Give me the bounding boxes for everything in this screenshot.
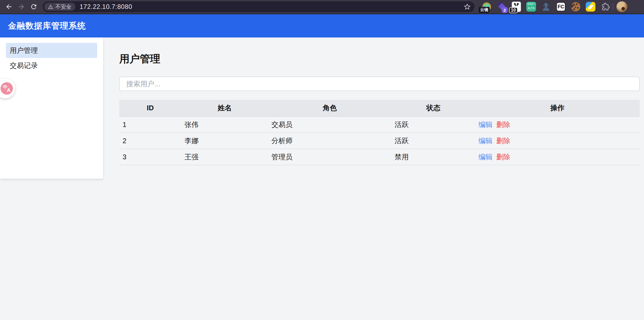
app-title: 金融数据库管理系统 (8, 20, 86, 32)
extension-badge: 10 (509, 7, 518, 13)
cookie-icon (571, 2, 580, 11)
user-table: ID 姓名 角色 状态 操作 1张伟交易员活跃编辑删除2李娜分析师活跃编辑删除3… (119, 100, 640, 165)
delete-link[interactable]: 删除 (496, 121, 510, 129)
extension-code-tool[interactable]: ••• </> (526, 1, 537, 12)
cell-actions: 编辑删除 (475, 149, 640, 165)
puzzle-icon (601, 2, 610, 11)
cell-role: 分析师 (268, 133, 391, 149)
browser-toolbar: 不安全 172.22.10.7:8080 云镜 2 10 ••• </> (0, 0, 644, 14)
cell-actions: 编辑删除 (475, 133, 640, 149)
translate-en-glyph: A (7, 87, 11, 93)
cell-id: 1 (119, 116, 181, 133)
cell-role: 管理员 (268, 149, 391, 165)
page-body: 用户管理 交易记录 中 A 用户管理 ID 姓名 角色 状态 操作 1张伟交易员… (0, 37, 644, 320)
table-row: 1张伟交易员活跃编辑删除 (119, 116, 640, 133)
translate-button[interactable]: 中 A (0, 78, 15, 98)
user-table-body: 1张伟交易员活跃编辑删除2李娜分析师活跃编辑删除3王强管理员禁用编辑删除 (119, 116, 640, 165)
column-header-status: 状态 (391, 100, 475, 116)
edit-link[interactable]: 编辑 (479, 121, 493, 129)
delete-link[interactable]: 删除 (496, 153, 510, 161)
yunjing-badge: 云镜 (479, 7, 490, 13)
extension-yellow-editor[interactable] (585, 1, 596, 12)
extensions-menu-button[interactable] (600, 1, 611, 12)
translate-icon: 中 A (1, 82, 13, 95)
code-window-icon: ••• </> (526, 2, 536, 12)
url-text[interactable]: 172.22.10.7:8080 (80, 3, 132, 11)
table-row: 3王强管理员禁用编辑删除 (119, 149, 640, 165)
fc-icon: FC (556, 2, 565, 11)
profile-avatar[interactable] (616, 1, 627, 12)
cell-name: 李娜 (181, 133, 268, 149)
cell-status: 活跃 (391, 133, 475, 149)
cell-name: 张伟 (181, 116, 268, 133)
detective-icon (541, 2, 551, 12)
cell-actions: 编辑删除 (475, 116, 640, 133)
extension-detective[interactable] (540, 1, 552, 12)
forward-arrow-icon (18, 3, 25, 11)
column-header-id: ID (119, 100, 181, 116)
cell-id: 3 (119, 149, 181, 165)
security-chip[interactable]: 不安全 (44, 3, 75, 11)
cell-role: 交易员 (268, 116, 391, 133)
forward-button[interactable] (15, 1, 28, 13)
app-header: 金融数据库管理系统 (0, 14, 644, 37)
extension-panda-notes[interactable]: 10 (511, 1, 522, 12)
extension-fc[interactable]: FC (555, 1, 567, 12)
sidebar-item-user-management[interactable]: 用户管理 (6, 43, 97, 58)
bookmark-star-icon[interactable] (463, 3, 471, 11)
column-header-actions: 操作 (475, 100, 640, 116)
code-glyph: </> (526, 6, 536, 11)
search-input[interactable] (119, 77, 640, 91)
cell-status: 活跃 (391, 116, 475, 133)
back-button[interactable] (3, 1, 15, 13)
table-header-row: ID 姓名 角色 状态 操作 (119, 100, 640, 116)
cell-name: 王强 (181, 149, 268, 165)
window-dots: ••• (528, 2, 533, 6)
security-chip-label: 不安全 (55, 3, 72, 11)
main-content: 用户管理 ID 姓名 角色 状态 操作 1张伟交易员活跃编辑删除2李娜分析师活跃… (103, 37, 644, 165)
page-title: 用户管理 (119, 52, 640, 66)
reload-button[interactable] (28, 1, 40, 13)
delete-link[interactable]: 删除 (496, 137, 510, 145)
extensions-row: 云镜 2 10 ••• </> FC (481, 1, 611, 12)
address-bar[interactable]: 不安全 172.22.10.7:8080 (43, 1, 474, 12)
sidebar-item-transactions[interactable]: 交易记录 (6, 58, 97, 73)
column-header-name: 姓名 (181, 100, 268, 116)
edit-link[interactable]: 编辑 (479, 137, 493, 145)
sidebar: 用户管理 交易记录 中 A (0, 37, 103, 179)
column-header-role: 角色 (268, 100, 391, 116)
reload-icon (30, 3, 38, 11)
warning-icon (48, 4, 53, 9)
pencil-icon (586, 2, 595, 12)
extension-yunjing[interactable]: 云镜 (481, 1, 492, 12)
extension-purple-diamond[interactable]: 2 (496, 1, 507, 12)
cell-status: 禁用 (391, 149, 475, 165)
back-arrow-icon (5, 3, 13, 11)
extension-badge: 2 (502, 7, 508, 13)
table-row: 2李娜分析师活跃编辑删除 (119, 133, 640, 149)
edit-link[interactable]: 编辑 (479, 153, 493, 161)
extension-cookie[interactable] (570, 1, 581, 12)
cell-id: 2 (119, 133, 181, 149)
toolbar-separator (613, 3, 613, 10)
